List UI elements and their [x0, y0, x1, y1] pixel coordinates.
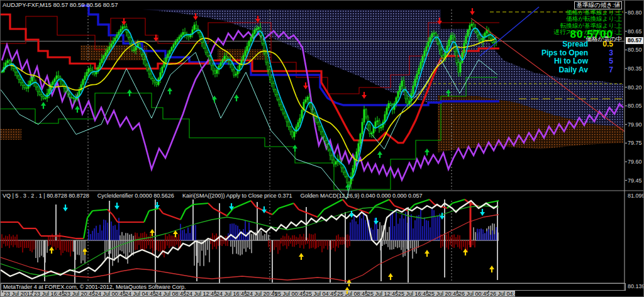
price-axis-label: 80.20	[628, 84, 642, 91]
indicator-window-header: VQ | 5 . 3 . 2 . 1 | 80.8728 80.8728Cycl…	[3, 193, 431, 199]
spread-value: 0.5	[594, 40, 613, 49]
price-stats-panel: Spread0.5 Pips to Open3 Hi to Low5 Daily…	[541, 40, 613, 74]
price-axis-label: 79.60	[628, 159, 642, 165]
ichimoku-status-line: 価格が転換線より:上	[554, 16, 622, 23]
indicator-panel[interactable]	[1, 191, 625, 283]
time-axis-label: 25 Jul 00:45	[275, 291, 306, 297]
time-axis-label: 24 Jul 12:45	[186, 291, 217, 297]
indicator-header-segment: Golden MACD(12,26,9) 0.040 0.000 0.000 0…	[300, 193, 422, 199]
ichimoku-status-header: 基準線の傾き:値	[574, 1, 622, 9]
time-axis-label: 25 Jul 12:45	[367, 291, 398, 297]
price-axis-label: 79.45	[628, 177, 642, 184]
time-axis-label: 24 Jul 00:45	[95, 291, 126, 297]
stat-row-daily-av: Daily Av7	[541, 66, 613, 75]
time-axis-label: 25 Jul 04:45	[306, 291, 336, 297]
price-axis-label: 80.80	[628, 9, 642, 16]
stat-row-hi-to-low: Hi to Low5	[541, 57, 613, 66]
current-price-display: 80.5700	[570, 28, 613, 41]
price-axis-label: 80.35	[628, 65, 642, 72]
time-axis-label: 24 Jul 20:45	[247, 291, 277, 297]
price-axis-label: 80.05	[628, 103, 642, 109]
time-axis-label: 25 Jul 16:45	[398, 291, 429, 297]
hi-to-low-value: 5	[594, 57, 613, 66]
time-axis-label: 26 Jul 00:45	[458, 291, 489, 297]
time-axis-label: 25 Jul 08:45	[337, 291, 368, 297]
time-axis-label: 23 Jul 20:45	[64, 291, 95, 297]
status-bar: MetaTrader 4 at FOREX.com, © 2001-2012, …	[1, 283, 626, 291]
mt4-chart-window: AUDJPY-FXF,M15 80.57 80.59 80.56 80.57 基…	[0, 0, 644, 297]
indicator-header-segment: CycleIdentifier 0.0000 80.5626	[97, 193, 174, 199]
price-axis-label: 79.75	[628, 140, 642, 146]
indicator-axis-label: 81.0995	[628, 193, 644, 199]
time-axis-label: 23 Jul 2012	[4, 291, 33, 297]
time-axis[interactable]: 23 Jul 201223 Jul 16:4523 Jul 20:4524 Ju…	[1, 291, 515, 297]
price-axis-label: 80.50	[628, 47, 642, 53]
price-axis-label: 79.90	[628, 121, 642, 128]
time-axis-label: 24 Jul 16:45	[216, 291, 247, 297]
stat-row-spread: Spread0.5	[541, 40, 613, 49]
time-axis-label: 23 Jul 16:45	[34, 291, 65, 297]
indicator-header-segment: Kairi(SMA((200)) Apply to Close price 0.…	[182, 193, 292, 199]
chart-symbol-title: AUDJPY-FXF,M15 80.57 80.59 80.56 80.57	[3, 1, 118, 8]
time-axis-label: 24 Jul 04:45	[125, 291, 156, 297]
price-axis-label: 80.65	[628, 28, 642, 35]
time-axis-label: 26 Jul 04:45	[490, 291, 521, 297]
pips-to-open-value: 3	[594, 49, 613, 58]
time-axis-label: 25 Jul 20:45	[428, 291, 459, 297]
time-axis-label: 24 Jul 08:45	[155, 291, 186, 297]
stat-row-pips-to-open: Pips to Open3	[541, 49, 613, 58]
main-chart-panel[interactable]	[1, 1, 625, 191]
indicator-header-segment: VQ | 5 . 3 . 2 . 1 | 80.8728 80.8728	[3, 193, 89, 199]
daily-av-value: 7	[594, 66, 613, 75]
current-price-axis-badge: 80.57	[626, 37, 644, 44]
indicator-axis-label: 80.1397	[628, 283, 644, 289]
